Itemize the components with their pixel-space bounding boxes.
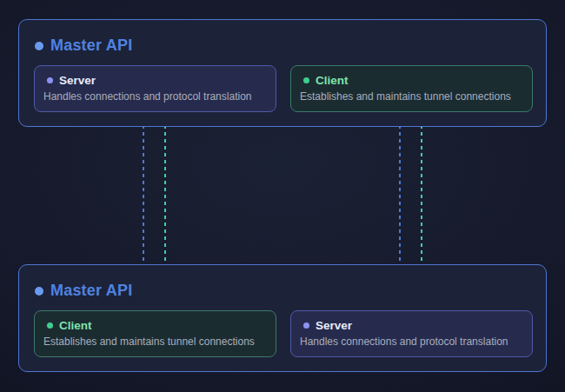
card-description: Handles connections and protocol transla… [43, 90, 265, 103]
server-card-top: Server Handles connections and protocol … [34, 65, 276, 112]
card-description: Establishes and maintains tunnel connect… [300, 90, 522, 103]
card-header: Server [43, 72, 265, 88]
bullet-dot-icon [35, 42, 43, 50]
server-dot-icon [303, 322, 309, 329]
panel-heading: Master API [35, 37, 132, 55]
card-title: Client [316, 74, 349, 87]
server-dot-icon [47, 77, 53, 83]
master-api-panel-bottom: Master API Client Establishes and mainta… [18, 264, 547, 372]
bullet-dot-icon [35, 287, 43, 296]
card-header: Server [300, 317, 522, 333]
panel-title: Master API [50, 37, 132, 55]
master-api-panel-top: Master API Server Handles connections an… [18, 19, 547, 127]
client-dot-icon [47, 322, 53, 329]
card-header: Client [43, 317, 265, 333]
client-card-top: Client Establishes and maintains tunnel … [290, 65, 533, 112]
card-title: Server [59, 74, 96, 87]
diagram-canvas: Master API Server Handles connections an… [0, 0, 565, 392]
panel-heading: Master API [35, 282, 132, 300]
server-card-bottom: Server Handles connections and protocol … [290, 310, 533, 357]
client-card-bottom: Client Establishes and maintains tunnel … [34, 310, 276, 357]
client-dot-icon [303, 77, 309, 83]
panel-title: Master API [50, 282, 132, 300]
card-title: Client [59, 319, 92, 332]
card-title: Server [316, 319, 352, 332]
card-header: Client [300, 72, 522, 88]
card-description: Handles connections and protocol transla… [300, 336, 522, 348]
card-description: Establishes and maintains tunnel connect… [43, 336, 265, 348]
